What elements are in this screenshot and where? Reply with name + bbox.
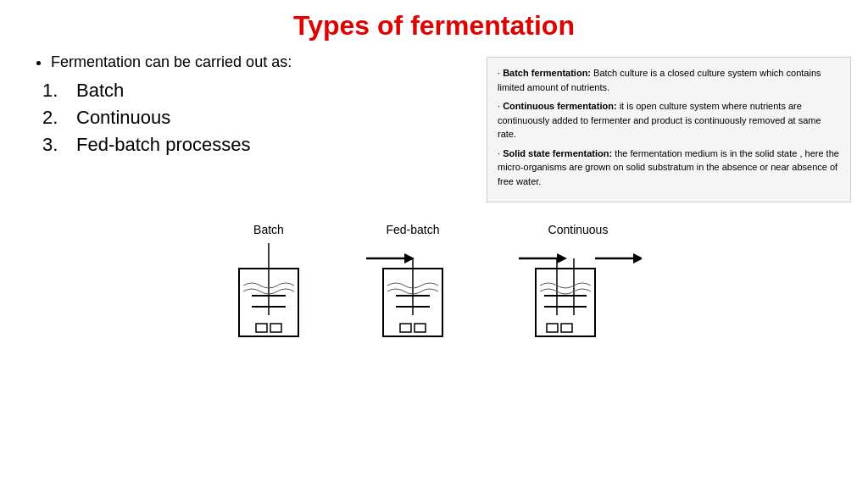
fedbatch-diagram: Fed-batch	[362, 223, 464, 353]
fedbatch-svg	[362, 243, 464, 353]
batch-diagram: Batch	[226, 223, 311, 353]
item-label-1: Batch	[76, 80, 124, 102]
svg-rect-18	[536, 269, 595, 336]
main-content: Fermentation can be carried out as: 1. B…	[0, 53, 868, 202]
batch-info: · Batch fermentation: Batch culture is a…	[498, 66, 840, 94]
continuous-diagram: Continuous	[515, 223, 642, 353]
num-1: 1.	[42, 80, 76, 102]
list-item-3: 3. Fed-batch processes	[42, 134, 487, 156]
continuous-diagram-label: Continuous	[548, 223, 609, 236]
svg-rect-24	[561, 324, 572, 332]
diagrams-section: Batch Fed-batch	[0, 223, 868, 353]
batch-term: Batch fermentation:	[503, 68, 591, 78]
svg-rect-13	[415, 324, 426, 332]
page-title: Types of fermentation	[0, 0, 868, 50]
svg-rect-5	[270, 324, 281, 332]
list-item-1: 1. Batch	[42, 80, 487, 102]
continuous-info: · Continuous fermentation: it is open cu…	[498, 99, 840, 141]
svg-marker-17	[633, 253, 642, 263]
batch-diagram-label: Batch	[253, 223, 284, 236]
batch-svg	[226, 243, 311, 353]
svg-marker-15	[557, 253, 567, 263]
list-item-2: 2. Continuous	[42, 107, 487, 129]
num-3: 3.	[42, 134, 76, 156]
bullet-item: Fermentation can be carried out as:	[51, 53, 487, 71]
solid-term: Solid state fermentation:	[503, 148, 612, 158]
svg-rect-4	[256, 324, 267, 332]
continuous-term: Continuous fermentation:	[503, 101, 616, 111]
item-label-2: Continuous	[76, 107, 170, 129]
info-box: · Batch fermentation: Batch culture is a…	[487, 57, 851, 202]
bullet-section: Fermentation can be carried out as:	[51, 53, 487, 71]
fedbatch-diagram-label: Fed-batch	[386, 223, 439, 236]
svg-rect-23	[547, 324, 558, 332]
num-2: 2.	[42, 107, 76, 129]
svg-rect-12	[400, 324, 411, 332]
left-panel: Fermentation can be carried out as: 1. B…	[17, 53, 487, 202]
continuous-svg	[515, 243, 642, 353]
solid-info: · Solid state fermentation: the fermenta…	[498, 147, 840, 189]
numbered-list: 1. Batch 2. Continuous 3. Fed-batch proc…	[42, 80, 487, 156]
item-label-3: Fed-batch processes	[76, 134, 250, 156]
